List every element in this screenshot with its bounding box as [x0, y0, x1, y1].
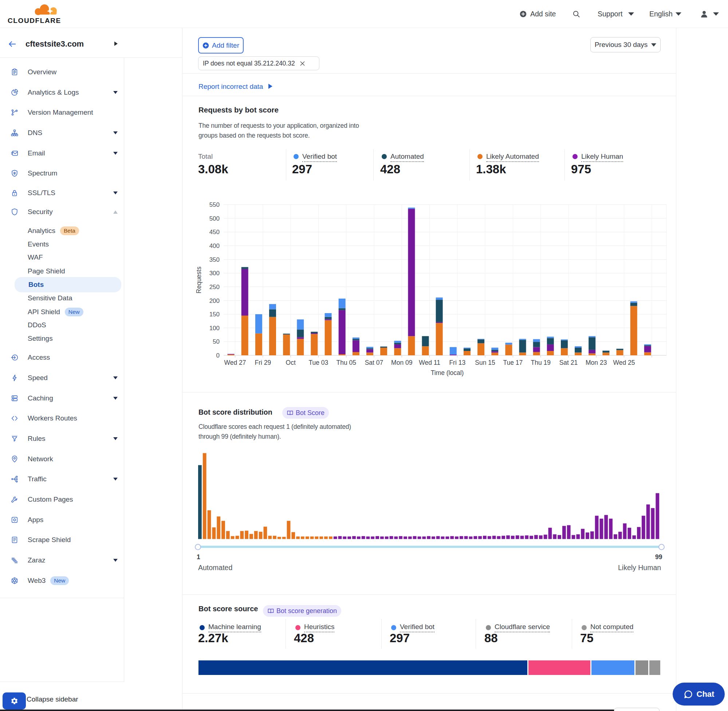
- svg-text:500: 500: [210, 215, 220, 222]
- svg-text:Fri 13: Fri 13: [449, 359, 465, 366]
- svg-text:Sat 07: Sat 07: [365, 359, 384, 366]
- svg-text:Tue 17: Tue 17: [503, 359, 523, 366]
- svg-text:Mon 23: Mon 23: [586, 359, 607, 366]
- svg-text:200: 200: [210, 298, 220, 304]
- svg-text:50: 50: [213, 338, 220, 345]
- svg-text:450: 450: [210, 229, 220, 236]
- svg-text:Mon 09: Mon 09: [391, 359, 412, 366]
- svg-text:Wed 27: Wed 27: [224, 359, 246, 366]
- svg-text:Wed 11: Wed 11: [419, 359, 440, 366]
- svg-text:Sat 21: Sat 21: [560, 359, 578, 366]
- svg-text:Time (local): Time (local): [431, 369, 464, 376]
- svg-text:250: 250: [210, 283, 220, 291]
- svg-text:550: 550: [210, 201, 220, 208]
- svg-text:Thu 19: Thu 19: [531, 359, 550, 366]
- svg-text:Wed 25: Wed 25: [613, 359, 635, 366]
- svg-text:400: 400: [210, 242, 220, 249]
- svg-text:100: 100: [210, 325, 220, 332]
- svg-text:Requests: Requests: [195, 267, 202, 294]
- svg-text:0: 0: [216, 352, 220, 359]
- svg-text:350: 350: [210, 256, 220, 263]
- svg-text:300: 300: [210, 270, 220, 277]
- svg-text:Oct: Oct: [286, 359, 296, 366]
- svg-text:Tue 03: Tue 03: [309, 359, 328, 366]
- svg-text:Thu 05: Thu 05: [336, 359, 356, 366]
- svg-text:150: 150: [210, 311, 220, 318]
- svg-text:Fri 29: Fri 29: [255, 359, 271, 366]
- svg-text:Sun 15: Sun 15: [475, 359, 495, 366]
